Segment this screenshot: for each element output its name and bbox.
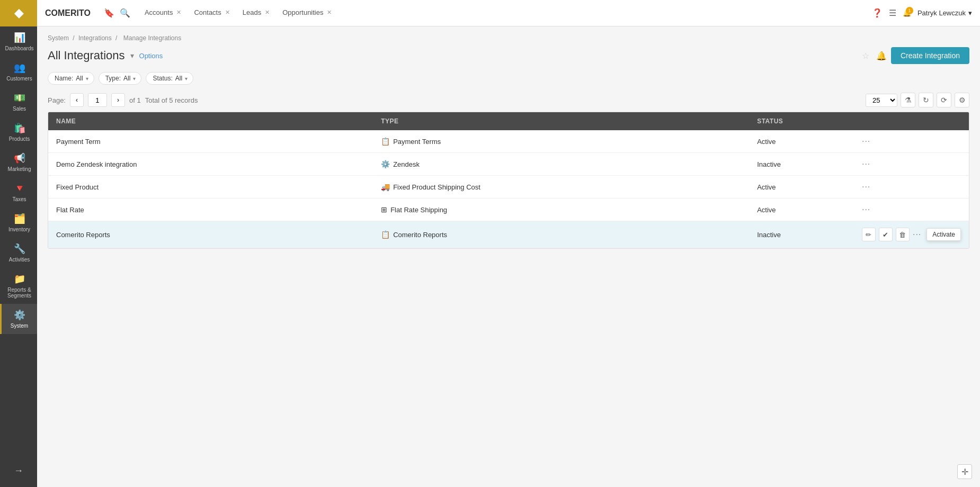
flat-rate-type-label: Flat Rate Shipping <box>390 206 447 214</box>
row-status-fixed-product: Active <box>749 176 854 199</box>
bottom-right-expand[interactable]: ✛ <box>957 464 972 479</box>
filter-status[interactable]: Status: All ▾ <box>146 72 193 85</box>
sidebar-item-products[interactable]: 🛍️ Products <box>0 117 37 147</box>
refresh-icon: ↻ <box>923 96 929 104</box>
user-name: Patryk Lewczuk <box>917 9 966 17</box>
sync-icon: ⟳ <box>941 96 947 104</box>
tab-contacts[interactable]: Contacts ✕ <box>188 0 236 26</box>
sidebar-expand-button[interactable]: → <box>8 460 29 482</box>
comerito-reports-type-label: Comerito Reports <box>393 231 447 239</box>
tab-accounts-close[interactable]: ✕ <box>176 9 181 16</box>
row-name-comerito-reports: Comerito Reports <box>48 221 373 248</box>
delete-button-comerito[interactable]: 🗑 <box>896 228 910 241</box>
filter-type-label: Type: <box>105 75 121 82</box>
total-records: Total of 5 records <box>145 96 198 104</box>
sidebar-item-marketing[interactable]: 📢 Marketing <box>0 147 37 177</box>
more-actions-flat-rate[interactable]: ··· <box>862 205 870 214</box>
sidebar-item-taxes[interactable]: 🔻 Taxes <box>0 177 37 208</box>
sidebar-item-activities[interactable]: 🔧 Activities <box>0 238 37 268</box>
page-title-area: All Integrations ▾ Options <box>48 49 163 62</box>
more-actions-fixed-product[interactable]: ··· <box>862 182 870 192</box>
refresh-button[interactable]: ↻ <box>919 93 933 107</box>
settings-button[interactable]: ⚙ <box>955 93 969 107</box>
filter-name[interactable]: Name: All ▾ <box>48 72 94 85</box>
filter-status-caret: ▾ <box>185 76 188 82</box>
customers-icon: 👥 <box>14 62 25 74</box>
edit-button-comerito[interactable]: ✏ <box>862 228 876 241</box>
sidebar-item-system[interactable]: ⚙️ System <box>0 304 37 334</box>
topnav-brand: COMERITO <box>45 8 91 18</box>
filter-name-value: All <box>76 75 83 82</box>
more-actions-zendesk[interactable]: ··· <box>862 159 870 169</box>
menu-icon[interactable]: ☰ <box>889 8 896 18</box>
notification-badge: 1 <box>906 7 913 14</box>
page-title-caret[interactable]: ▾ <box>130 51 134 60</box>
tab-leads[interactable]: Leads ✕ <box>236 0 276 26</box>
sidebar-item-customers[interactable]: 👥 Customers <box>0 57 37 87</box>
sales-icon: 💵 <box>14 92 25 104</box>
notification-bell[interactable]: 🔔 1 <box>903 9 911 17</box>
breadcrumb: System / Integrations / Manage Integrati… <box>48 34 969 42</box>
page-next-button[interactable]: › <box>111 93 125 107</box>
tab-leads-close[interactable]: ✕ <box>265 9 270 16</box>
filter-type-caret: ▾ <box>133 76 136 82</box>
filter-type[interactable]: Type: All ▾ <box>99 72 142 85</box>
row-actions-zendesk: ··· <box>854 153 969 176</box>
sidebar-item-reports[interactable]: 📁 Reports & Segments <box>0 268 37 304</box>
tab-accounts[interactable]: Accounts ✕ <box>138 0 188 26</box>
sidebar-item-label: Reports & Segments <box>4 287 34 299</box>
row-status-payment-term: Active <box>749 130 854 153</box>
tab-contacts-close[interactable]: ✕ <box>225 9 230 16</box>
tab-opportunities[interactable]: Opportunities ✕ <box>276 0 338 26</box>
filter-icon-button[interactable]: ⚗ <box>901 93 915 107</box>
breadcrumb-current: Manage Integrations <box>123 34 181 42</box>
activities-icon: 🔧 <box>14 243 25 255</box>
row-type-payment-term: 📋 Payment Terms <box>373 130 749 153</box>
page-number-input[interactable] <box>88 93 107 107</box>
page-prev-button[interactable]: ‹ <box>70 93 84 107</box>
bookmark-icon[interactable]: 🔖 <box>104 8 114 18</box>
sidebar-item-label: Sales <box>13 106 26 112</box>
row-name-payment-term: Payment Term <box>48 130 373 153</box>
search-icon[interactable]: 🔍 <box>120 8 130 18</box>
sync-button[interactable]: ⟳ <box>937 93 951 107</box>
breadcrumb-integrations[interactable]: Integrations <box>78 34 112 42</box>
topnav-icons: 🔖 🔍 <box>104 8 130 18</box>
marketing-icon: 📢 <box>14 152 25 164</box>
tab-opportunities-close[interactable]: ✕ <box>327 9 332 16</box>
create-integration-button[interactable]: Create Integration <box>891 47 969 64</box>
row-type-zendesk: ⚙️ Zendesk <box>373 153 749 176</box>
table-row: Payment Term 📋 Payment Terms Active ··· <box>48 130 969 153</box>
row-name-zendesk: Demo Zendesk integration <box>48 153 373 176</box>
breadcrumb-system[interactable]: System <box>48 34 69 42</box>
sidebar-item-label: System <box>11 323 28 329</box>
sidebar-item-label: Customers <box>6 76 32 82</box>
system-icon: ⚙️ <box>14 309 25 321</box>
row-name-fixed-product: Fixed Product <box>48 176 373 199</box>
row-name-flat-rate: Flat Rate <box>48 199 373 221</box>
row-type-fixed-product: 🚚 Fixed Product Shipping Cost <box>373 176 749 199</box>
topnav-right: ❓ ☰ 🔔 1 Patryk Lewczuk ▾ <box>872 8 972 18</box>
options-link[interactable]: Options <box>139 52 163 60</box>
row-type-flat-rate: ⊞ Flat Rate Shipping <box>373 199 749 221</box>
table-header-row: NAME TYPE STATUS <box>48 112 969 130</box>
row-status-zendesk: Inactive <box>749 153 854 176</box>
more-actions-comerito[interactable]: ··· <box>913 230 921 239</box>
activate-button-comerito[interactable]: ✔ <box>879 228 893 241</box>
zendesk-icon: ⚙️ <box>381 160 390 168</box>
user-menu[interactable]: Patryk Lewczuk ▾ <box>917 9 972 17</box>
row-actions-comerito-reports: ✏ ✔ 🗑 ··· Activate <box>854 221 969 248</box>
sidebar-item-dashboards[interactable]: 📊 Dashboards <box>0 26 37 57</box>
sidebar-logo[interactable]: ◆ <box>0 0 37 26</box>
sidebar-item-sales[interactable]: 💵 Sales <box>0 87 37 117</box>
dashboards-icon: 📊 <box>14 32 25 43</box>
help-icon[interactable]: ❓ <box>872 8 883 18</box>
more-actions-payment-term[interactable]: ··· <box>862 137 870 146</box>
per-page-select[interactable]: 25 50 100 <box>866 94 897 107</box>
page-bell-button[interactable]: 🔔 <box>876 51 887 61</box>
integrations-table-container: NAME TYPE STATUS Payment Term 📋 <box>48 112 969 249</box>
header-right-icons: ☆ 🔔 Create Integration <box>862 47 969 64</box>
star-button[interactable]: ☆ <box>862 51 869 61</box>
filter-name-caret: ▾ <box>86 76 88 82</box>
sidebar-item-inventory[interactable]: 🗂️ Inventory <box>0 208 37 238</box>
